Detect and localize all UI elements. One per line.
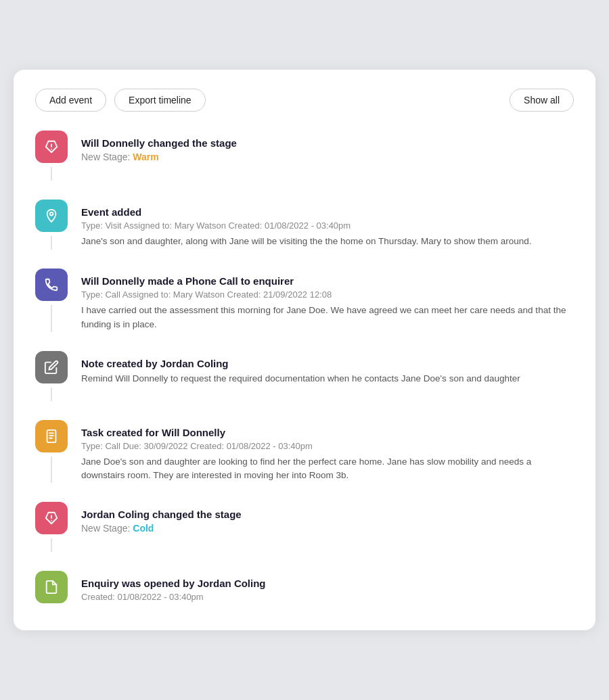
event-body: Jane Doe's son and daughter are looking … — [81, 455, 574, 484]
event-title: Task created for Will Donnelly — [81, 427, 574, 438]
timeline-line-container — [35, 131, 68, 181]
timeline-connector — [51, 305, 52, 332]
event-title: Will Donnelly changed the stage — [81, 137, 574, 149]
timeline-line-container — [35, 420, 68, 484]
timeline-connector — [51, 167, 52, 181]
toolbar-left: Add event Export timeline — [35, 89, 510, 112]
phone-icon — [35, 269, 68, 301]
timeline-item: Event addedType: Visit Assigned to: Mary… — [35, 200, 574, 269]
event-title: Jordan Coling changed the stage — [81, 509, 574, 520]
event-title: Enquiry was opened by Jordan Coling — [81, 578, 574, 589]
event-meta: Created: 01/08/2022 - 03:40pm — [81, 592, 574, 602]
stage-label: New Stage: Warm — [81, 151, 574, 162]
event-body: I have carried out the assessment this m… — [81, 304, 574, 332]
timeline-connector — [51, 388, 52, 401]
timeline-content: Enquiry was opened by Jordan ColingCreat… — [81, 571, 574, 606]
timeline-content: Jordan Coling changed the stageNew Stage… — [81, 502, 574, 552]
document-icon — [35, 571, 68, 603]
timeline-connector — [51, 538, 52, 552]
timeline-content: Will Donnelly made a Phone Call to enqui… — [81, 269, 574, 332]
event-title: Will Donnelly made a Phone Call to enqui… — [81, 275, 574, 287]
svg-point-0 — [50, 212, 53, 216]
event-meta: Type: Call Due: 30/09/2022 Created: 01/0… — [81, 441, 574, 451]
note-icon — [35, 351, 68, 383]
timeline-item: Enquiry was opened by Jordan ColingCreat… — [35, 571, 574, 606]
event-body: Remind Will Donnelly to request the requ… — [81, 372, 574, 386]
timeline-connector — [51, 457, 52, 484]
timeline-content: Note created by Jordan ColingRemind Will… — [81, 351, 574, 401]
show-all-button[interactable]: Show all — [510, 89, 574, 112]
event-title: Event added — [81, 206, 574, 218]
timeline: Will Donnelly changed the stageNew Stage… — [35, 131, 574, 607]
timeline-content: Task created for Will DonnellyType: Call… — [81, 420, 574, 484]
timeline-item: Note created by Jordan ColingRemind Will… — [35, 351, 574, 420]
event-meta: Type: Visit Assigned to: Mary Watson Cre… — [81, 220, 574, 231]
stage-prefix: New Stage: — [81, 523, 133, 534]
stage-label: New Stage: Cold — [81, 523, 574, 534]
stage-value: Cold — [133, 523, 154, 534]
export-timeline-button[interactable]: Export timeline — [114, 89, 206, 112]
task-icon — [35, 420, 68, 452]
timeline-content: Will Donnelly changed the stageNew Stage… — [81, 131, 574, 181]
timeline-card: Add event Export timeline Show all Will … — [14, 70, 595, 631]
timeline-content: Event addedType: Visit Assigned to: Mary… — [81, 200, 574, 250]
timeline-item: Will Donnelly made a Phone Call to enqui… — [35, 269, 574, 351]
timeline-item: Task created for Will DonnellyType: Call… — [35, 420, 574, 503]
timeline-line-container — [35, 571, 68, 606]
event-body: Jane's son and daughter, along with Jane… — [81, 235, 574, 249]
stage-prefix: New Stage: — [81, 151, 133, 162]
stage-icon — [35, 131, 68, 163]
location-icon — [35, 200, 68, 232]
timeline-line-container — [35, 351, 68, 401]
stage-value: Warm — [133, 151, 158, 162]
timeline-line-container — [35, 200, 68, 250]
timeline-line-container — [35, 269, 68, 332]
add-event-button[interactable]: Add event — [35, 89, 106, 112]
timeline-item: Jordan Coling changed the stageNew Stage… — [35, 502, 574, 571]
event-meta: Type: Call Assigned to: Mary Watson Crea… — [81, 289, 574, 300]
timeline-connector — [51, 236, 52, 250]
event-title: Note created by Jordan Coling — [81, 358, 574, 369]
timeline-item: Will Donnelly changed the stageNew Stage… — [35, 131, 574, 200]
toolbar: Add event Export timeline Show all — [35, 89, 574, 112]
stage-icon — [35, 502, 68, 534]
timeline-line-container — [35, 502, 68, 552]
